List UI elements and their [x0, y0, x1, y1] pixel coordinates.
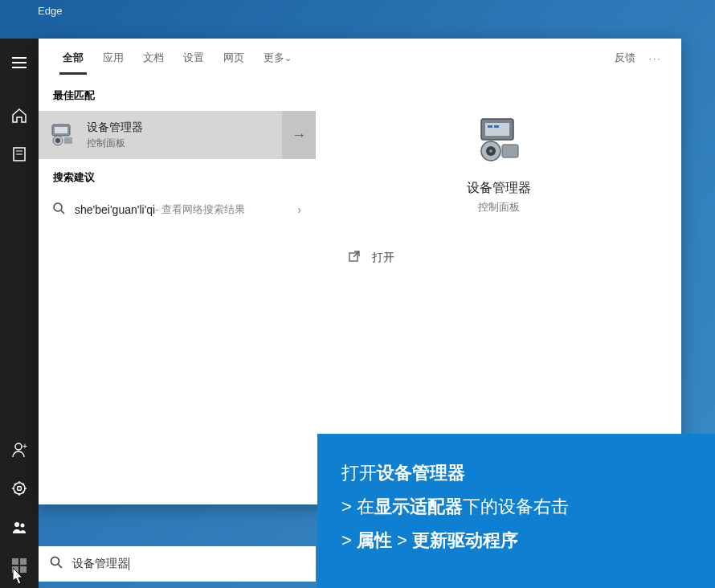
svg-rect-11: [12, 566, 18, 573]
svg-line-19: [61, 210, 64, 214]
svg-point-26: [489, 149, 492, 153]
taskbar-start-area: [0, 546, 39, 588]
search-suggestion-item[interactable]: she'bei'guan'li'qi - 查看网络搜索结果 ›: [39, 193, 316, 227]
open-action[interactable]: 打开: [348, 250, 394, 265]
tab-web[interactable]: 网页: [214, 39, 254, 77]
svg-point-29: [51, 557, 59, 566]
svg-rect-21: [485, 123, 509, 136]
overflow-menu-icon[interactable]: ···: [644, 52, 667, 64]
svg-rect-27: [502, 145, 518, 157]
suggestion-text: she'bei'guan'li'qi: [75, 203, 155, 216]
svg-point-3: [15, 443, 22, 450]
svg-line-30: [59, 565, 63, 569]
tab-apps[interactable]: 应用: [93, 39, 133, 77]
recent-icon[interactable]: [0, 135, 39, 174]
open-label: 打开: [372, 251, 394, 265]
arrow-right-icon[interactable]: →: [282, 111, 316, 159]
svg-rect-17: [64, 137, 72, 144]
tab-all[interactable]: 全部: [53, 39, 93, 77]
svg-rect-23: [494, 125, 499, 128]
tab-settings[interactable]: 设置: [174, 39, 214, 77]
settings-gear-icon[interactable]: [0, 469, 39, 508]
suggestion-hint: - 查看网络搜索结果: [155, 202, 245, 217]
best-match-item[interactable]: 设备管理器 控制面板 →: [39, 111, 316, 159]
start-menu-rail: +: [0, 39, 39, 588]
results-list: 最佳匹配 设备管理器 控制面板 → 搜索建议 she'bei'guan'li'q…: [39, 77, 316, 227]
desktop-shortcut-edge[interactable]: Edge: [38, 5, 62, 17]
tab-more[interactable]: 更多: [254, 39, 301, 77]
chevron-right-icon: ›: [297, 203, 301, 216]
best-match-subtitle: 控制面板: [87, 137, 282, 150]
svg-rect-12: [20, 566, 27, 573]
search-icon: [53, 202, 65, 217]
section-best-match: 最佳匹配: [39, 77, 316, 111]
people-icon[interactable]: [0, 508, 39, 546]
search-icon: [50, 556, 63, 572]
svg-rect-10: [20, 558, 27, 565]
section-suggestions: 搜索建议: [39, 159, 316, 193]
home-icon[interactable]: [0, 96, 39, 135]
search-tabs: 全部 应用 文档 设置 网页 更多 反馈 ···: [39, 39, 681, 77]
open-external-icon: [348, 250, 361, 265]
start-button[interactable]: [12, 558, 27, 576]
best-match-title: 设备管理器: [87, 120, 282, 135]
search-input-box[interactable]: 设备管理器: [39, 546, 316, 582]
user-icon[interactable]: +: [0, 431, 39, 469]
instruction-overlay: 打开设备管理器 > 在显示适配器下的设备右击 > 属性 > 更新驱动程序: [317, 434, 715, 588]
svg-point-18: [54, 203, 62, 211]
feedback-link[interactable]: 反馈: [615, 51, 635, 65]
detail-subtitle: 控制面板: [478, 200, 520, 214]
svg-point-16: [55, 138, 60, 143]
device-manager-large-icon: [473, 117, 525, 165]
svg-point-7: [14, 522, 19, 527]
svg-rect-22: [488, 125, 492, 128]
svg-rect-14: [55, 127, 67, 133]
search-input[interactable]: 设备管理器: [72, 557, 304, 571]
svg-point-6: [18, 487, 22, 491]
detail-title: 设备管理器: [467, 180, 531, 197]
tab-docs[interactable]: 文档: [133, 39, 174, 77]
svg-text:+: +: [22, 442, 27, 451]
svg-rect-9: [12, 558, 18, 565]
device-manager-icon: [39, 123, 87, 147]
hamburger-icon[interactable]: [0, 43, 39, 82]
svg-point-8: [21, 524, 25, 528]
